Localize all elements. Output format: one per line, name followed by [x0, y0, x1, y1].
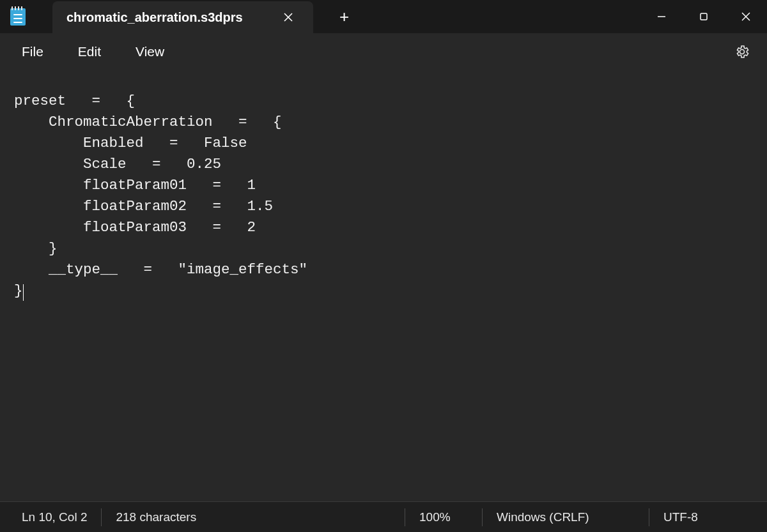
menu-view[interactable]: View: [129, 40, 171, 63]
svg-rect-3: [701, 13, 707, 20]
status-encoding[interactable]: UTF-8: [649, 502, 752, 532]
status-line-endings[interactable]: Windows (CRLF): [483, 502, 649, 532]
notepad-icon: [10, 8, 26, 26]
file-tab[interactable]: chromatic_aberration.s3dprs: [52, 1, 313, 33]
close-icon: [283, 12, 293, 22]
new-tab-button[interactable]: +: [335, 7, 354, 26]
app-icon: [9, 8, 27, 26]
minimize-button[interactable]: [640, 0, 683, 33]
status-zoom[interactable]: 100%: [405, 502, 482, 532]
close-window-button[interactable]: [725, 0, 767, 33]
close-icon: [741, 11, 751, 22]
status-cursor-position[interactable]: Ln 10, Col 2: [15, 502, 101, 532]
menu-bar: File Edit View: [0, 33, 767, 70]
editor-text: preset = { ChromaticAberration = { Enabl…: [14, 93, 307, 299]
editor-area[interactable]: preset = { ChromaticAberration = { Enabl…: [0, 70, 767, 501]
title-bar: chromatic_aberration.s3dprs +: [0, 0, 767, 33]
status-character-count[interactable]: 218 characters: [102, 502, 210, 532]
menu-edit[interactable]: Edit: [72, 40, 107, 63]
text-cursor: [23, 284, 24, 301]
menu-file[interactable]: File: [15, 40, 50, 63]
editor-content[interactable]: preset = { ChromaticAberration = { Enabl…: [14, 91, 767, 301]
minimize-icon: [656, 11, 667, 22]
maximize-icon: [699, 11, 709, 22]
tab-title: chromatic_aberration.s3dprs: [66, 10, 243, 25]
window-controls: [640, 0, 767, 33]
gear-icon: [734, 44, 750, 59]
status-bar: Ln 10, Col 2 218 characters 100% Windows…: [0, 501, 767, 532]
tab-close-button[interactable]: [281, 10, 295, 24]
settings-button[interactable]: [732, 42, 752, 61]
maximize-button[interactable]: [683, 0, 725, 33]
